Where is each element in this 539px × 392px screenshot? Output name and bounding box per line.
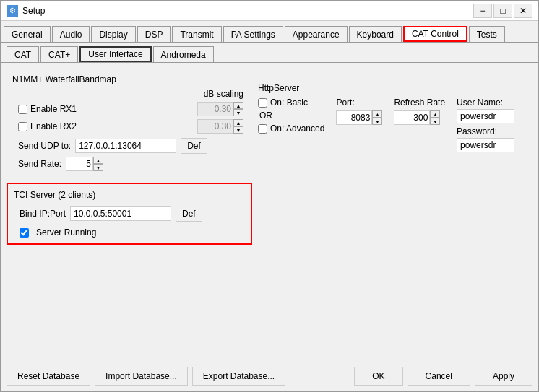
rx2-spin-up[interactable]: ▲ [233, 119, 243, 126]
export-database-button[interactable]: Export Database... [192, 367, 285, 386]
password-input[interactable] [457, 138, 514, 152]
bind-input[interactable] [70, 206, 171, 221]
tab-display[interactable]: Display [91, 26, 135, 42]
tci-def-button[interactable]: Def [176, 206, 202, 222]
bind-label: Bind IP:Port [20, 209, 66, 219]
minimize-button[interactable]: − [473, 4, 492, 18]
rx2-spinner: ▲ ▼ [197, 119, 243, 134]
tab-transmit[interactable]: Transmit [172, 26, 221, 42]
rx1-spin-up[interactable]: ▲ [233, 102, 243, 109]
rate-value[interactable] [66, 157, 93, 171]
sub-tab-andromeda[interactable]: Andromeda [153, 46, 214, 62]
tab-pa-settings[interactable]: PA Settings [223, 26, 283, 42]
sub-tab-cat[interactable]: CAT [7, 46, 39, 62]
main-content: N1MM+ WaterfallBandmap dB scaling Enable… [1, 63, 538, 360]
tab-cat-control[interactable]: CAT Control [403, 26, 467, 42]
udp-row: Send UDP to: Def [18, 138, 246, 154]
title-bar: ⚙ Setup − □ ✕ [1, 1, 538, 21]
rate-spin-down[interactable]: ▼ [93, 164, 103, 171]
rx1-spinner: ▲ ▼ [197, 102, 243, 116]
bottom-left: Reset Database Import Database... Export… [7, 367, 285, 386]
or-label: OR [259, 110, 272, 121]
udp-def-button[interactable]: Def [181, 138, 207, 154]
password-section: Password: [457, 126, 514, 152]
title-bar-left: ⚙ Setup [7, 5, 45, 17]
close-button[interactable]: ✕ [514, 4, 532, 18]
ok-button[interactable]: OK [354, 367, 402, 386]
password-label: Password: [457, 126, 514, 136]
bottom-bar: Reset Database Import Database... Export… [1, 360, 538, 391]
on-basic-checkbox[interactable] [258, 98, 267, 108]
http-title: HttpServer [258, 83, 532, 93]
rx1-spin-down[interactable]: ▼ [233, 109, 243, 116]
setup-window: ⚙ Setup − □ ✕ General Audio Display DSP … [0, 0, 539, 392]
n1mm-title: N1MM+ WaterfallBandmap [12, 74, 246, 84]
sub-tab-bar: CAT CAT+ User Interface Andromeda [1, 43, 538, 63]
port-section: Port: ▲ ▼ [336, 97, 382, 125]
http-section: HttpServer On: Basic OR On: Adv [258, 83, 532, 152]
udp-input[interactable] [75, 139, 176, 153]
rx1-spin-btns: ▲ ▼ [233, 102, 243, 116]
maximize-button[interactable]: □ [493, 4, 512, 18]
port-value[interactable] [336, 110, 372, 125]
left-panel: N1MM+ WaterfallBandmap dB scaling Enable… [7, 69, 252, 354]
refresh-spin-down[interactable]: ▼ [430, 118, 440, 125]
window-title: Setup [22, 6, 45, 16]
udp-label: Send UDP to: [18, 141, 71, 151]
enable-rx2-label: Enable RX2 [30, 121, 77, 131]
rate-spin-up[interactable]: ▲ [93, 157, 103, 164]
port-spin-up[interactable]: ▲ [372, 110, 382, 118]
tab-general[interactable]: General [4, 26, 51, 42]
rx1-value[interactable] [197, 102, 233, 116]
refresh-spin-btns: ▲ ▼ [430, 110, 440, 125]
enable-rx2-checkbox[interactable] [18, 122, 27, 131]
refresh-spinner: ▲ ▼ [394, 110, 445, 125]
tci-section: TCI Server (2 clients) Bind IP:Port Def … [7, 183, 252, 245]
sub-tab-user-interface[interactable]: User Interface [79, 46, 151, 62]
bottom-right: OK Cancel Apply [354, 367, 532, 386]
port-spin-down[interactable]: ▼ [372, 118, 382, 125]
top-tab-bar: General Audio Display DSP Transmit PA Se… [1, 21, 538, 43]
on-advanced-checkbox[interactable] [258, 124, 267, 134]
tab-keyboard[interactable]: Keyboard [349, 26, 402, 42]
rx2-value[interactable] [197, 119, 233, 134]
n1mm-section: N1MM+ WaterfallBandmap dB scaling Enable… [7, 69, 252, 177]
apply-button[interactable]: Apply [475, 367, 532, 386]
right-panel: HttpServer On: Basic OR On: Adv [258, 69, 532, 354]
port-spinner: ▲ ▼ [336, 110, 382, 125]
refresh-section: Refresh Rate ▲ ▼ [394, 97, 445, 125]
rate-row: Send Rate: ▲ ▼ [18, 157, 246, 171]
refresh-spin-up[interactable]: ▲ [430, 110, 440, 118]
reset-database-button[interactable]: Reset Database [7, 367, 90, 386]
import-database-button[interactable]: Import Database... [95, 367, 188, 386]
username-label: User Name: [457, 97, 514, 108]
cancel-button[interactable]: Cancel [408, 367, 470, 386]
port-spin-btns: ▲ ▼ [372, 110, 382, 125]
db-scaling-label: dB scaling [204, 89, 243, 99]
bind-row: Bind IP:Port Def [20, 206, 245, 222]
server-running-checkbox[interactable] [20, 228, 29, 238]
rate-spin-btns: ▲ ▼ [93, 157, 103, 171]
rx2-spin-down[interactable]: ▼ [233, 126, 243, 134]
refresh-label: Refresh Rate [394, 97, 445, 108]
server-running-row: Server Running [20, 227, 245, 238]
http-checkboxes: On: Basic OR On: Advanced [258, 97, 324, 134]
port-label: Port: [336, 97, 382, 108]
tci-title: TCI Server (2 clients) [14, 190, 245, 200]
tab-tests[interactable]: Tests [469, 26, 505, 42]
enable-rx1-checkbox[interactable] [18, 105, 27, 114]
rate-spinner: ▲ ▼ [66, 157, 103, 171]
tab-dsp[interactable]: DSP [137, 26, 171, 42]
username-section: User Name: [457, 97, 514, 123]
sub-tab-cat-plus[interactable]: CAT+ [40, 46, 78, 62]
tab-audio[interactable]: Audio [52, 26, 90, 42]
db-scaling-row: dB scaling [12, 89, 246, 99]
window-icon: ⚙ [7, 5, 18, 17]
title-controls: − □ ✕ [473, 4, 532, 18]
rate-label: Send Rate: [18, 159, 61, 169]
enable-rx1-label: Enable RX1 [30, 104, 77, 114]
refresh-value[interactable] [394, 110, 430, 125]
username-input[interactable] [457, 109, 514, 123]
tab-appearance[interactable]: Appearance [285, 26, 348, 42]
credentials-section: User Name: Password: [457, 97, 514, 152]
